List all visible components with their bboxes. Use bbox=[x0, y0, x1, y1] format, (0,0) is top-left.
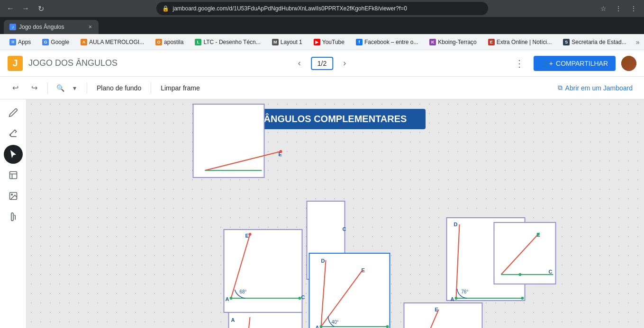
secretaria-favicon: S bbox=[563, 39, 570, 45]
tab-close-btn[interactable]: × bbox=[88, 23, 93, 31]
bookmark-aula[interactable]: A AULA METROLOGI... bbox=[77, 37, 148, 47]
background-label[interactable]: Plano de fundo bbox=[93, 82, 145, 94]
svg-text:C: C bbox=[301, 294, 305, 300]
jamboard-content: ÂNGULOS COMPLEMENTARES E E bbox=[27, 99, 644, 328]
facebook-favicon: f bbox=[356, 39, 363, 45]
svg-rect-16 bbox=[309, 253, 390, 328]
bookmark-secretaria[interactable]: S Secretaria de Estad... bbox=[559, 37, 630, 47]
bookmark-extra[interactable]: E Extra Online | Notíci... bbox=[484, 37, 556, 47]
zoom-control[interactable]: 🔍 ▾ bbox=[54, 81, 81, 95]
open-jamboard-label: Abrir em um Jamboard bbox=[565, 84, 633, 92]
share-icon: 👤+ bbox=[541, 60, 553, 67]
svg-line-45 bbox=[412, 310, 439, 328]
svg-line-26 bbox=[243, 317, 250, 328]
url-text: jamboard.google.com/d/1U53FduApPdNgdHubr… bbox=[173, 5, 482, 12]
bookmarks-more-icon[interactable]: » bbox=[634, 36, 642, 48]
lock-icon: 🔒 bbox=[162, 5, 169, 12]
open-jamboard-button[interactable]: ⧉ Abrir em um Jamboard bbox=[554, 82, 636, 94]
app-title: JOGO DOS ÂNGULOS bbox=[28, 58, 505, 68]
ltc-favicon: L bbox=[195, 39, 201, 45]
kboing-favicon: K bbox=[429, 39, 436, 45]
header-actions: ⋮ 👤+ COMPARTILHAR bbox=[511, 55, 636, 72]
active-tab[interactable]: J Jogo dos Ângulos × bbox=[4, 20, 99, 34]
bookmark-apps-label: Apps bbox=[18, 39, 31, 45]
svg-point-40 bbox=[537, 233, 540, 236]
bookmark-google[interactable]: G Google bbox=[38, 37, 73, 47]
page-indicator: 1/2 bbox=[311, 57, 333, 70]
bookmark-kboing[interactable]: K Kboing-Terraço bbox=[426, 37, 480, 47]
bookmark-aula-label: AULA METROLOGI... bbox=[89, 39, 144, 45]
next-page-button[interactable]: › bbox=[337, 56, 352, 71]
clear-label[interactable]: Limpar frame bbox=[157, 82, 203, 94]
share-button[interactable]: 👤+ COMPARTILHAR bbox=[534, 56, 616, 71]
svg-point-54 bbox=[280, 150, 282, 153]
bookmark-apostila[interactable]: O apostila bbox=[152, 37, 187, 47]
bookmark-facebook[interactable]: f Facebook – entre o... bbox=[352, 37, 422, 47]
toolbar-separator-1 bbox=[47, 82, 48, 94]
svg-point-42 bbox=[519, 273, 522, 276]
apps-favicon: ⊞ bbox=[9, 39, 16, 45]
bookmark-facebook-label: Facebook – entre o... bbox=[364, 39, 418, 45]
back-button[interactable]: ← bbox=[4, 2, 17, 15]
menu-icon[interactable]: ⋮ bbox=[627, 2, 640, 15]
zoom-dropdown-button[interactable]: ▾ bbox=[68, 81, 81, 95]
prev-page-button[interactable]: ‹ bbox=[292, 56, 307, 71]
sticky-note-button[interactable] bbox=[4, 166, 23, 185]
bookmark-ltc[interactable]: L LTC - Desenho Técn... bbox=[191, 37, 264, 47]
redo-button[interactable]: ↪ bbox=[27, 80, 42, 96]
svg-text:A: A bbox=[226, 296, 229, 302]
pen-tool-button[interactable] bbox=[4, 103, 23, 122]
bookmark-layout-label: Layout 1 bbox=[281, 39, 302, 45]
refresh-button[interactable]: ↻ bbox=[34, 2, 47, 15]
svg-text:C: C bbox=[549, 269, 553, 275]
svg-text:40°: 40° bbox=[332, 319, 339, 325]
undo-button[interactable]: ↩ bbox=[8, 80, 23, 96]
svg-point-52 bbox=[299, 297, 301, 300]
svg-text:D: D bbox=[454, 222, 458, 227]
bookmark-layout[interactable]: M Layout 1 bbox=[268, 37, 306, 47]
laser-tool-button[interactable] bbox=[4, 207, 23, 226]
browser-actions: ☆ ⋮ ⋮ bbox=[597, 2, 640, 15]
bookmark-extra-label: Extra Online | Notíci... bbox=[497, 39, 552, 45]
bookmarks-bar: ⊞ Apps G Google A AULA METROLOGI... O ap… bbox=[0, 34, 644, 50]
toolbar-separator-3 bbox=[151, 82, 151, 94]
bookmark-kboing-label: Kboing-Terraço bbox=[438, 39, 476, 45]
extensions-icon[interactable]: ⋮ bbox=[612, 2, 625, 15]
svg-line-32 bbox=[456, 224, 460, 298]
left-sidebar bbox=[0, 99, 27, 328]
svg-text:E: E bbox=[537, 232, 540, 238]
more-options-button[interactable]: ⋮ bbox=[511, 55, 528, 72]
eraser-tool-button[interactable] bbox=[4, 124, 23, 143]
svg-text:A: A bbox=[316, 325, 319, 328]
bookmark-apps[interactable]: ⊞ Apps bbox=[6, 37, 35, 47]
nav-buttons: ← → ↻ bbox=[4, 2, 47, 15]
toolbar: ↩ ↪ 🔍 ▾ Plano de fundo Limpar frame ⧉ Ab… bbox=[0, 77, 644, 99]
bookmark-youtube[interactable]: ▶ YouTube bbox=[310, 37, 348, 47]
select-tool-button[interactable] bbox=[4, 145, 23, 164]
canvas-area[interactable]: ÂNGULOS COMPLEMENTARES E E bbox=[27, 99, 644, 328]
bookmark-apostila-label: apostila bbox=[164, 39, 183, 45]
svg-point-56 bbox=[386, 325, 389, 328]
bookmark-icon[interactable]: ☆ bbox=[597, 2, 610, 15]
svg-text:68°: 68° bbox=[240, 289, 247, 294]
svg-line-19 bbox=[321, 260, 326, 327]
zoom-button[interactable]: 🔍 bbox=[54, 81, 67, 95]
svg-text:E: E bbox=[362, 267, 365, 273]
layout-favicon: M bbox=[272, 39, 279, 45]
toolbar-separator-2 bbox=[87, 82, 87, 94]
user-avatar[interactable] bbox=[621, 56, 636, 71]
svg-text:D: D bbox=[321, 258, 325, 264]
forward-button[interactable]: → bbox=[19, 2, 32, 15]
tab-favicon: J bbox=[9, 24, 16, 30]
svg-text:76°: 76° bbox=[462, 289, 469, 294]
svg-line-20 bbox=[321, 270, 363, 327]
open-jamboard-icon: ⧉ bbox=[558, 84, 562, 92]
address-bar[interactable]: 🔒 jamboard.google.com/d/1U53FduApPdNgdHu… bbox=[156, 2, 488, 15]
svg-rect-0 bbox=[9, 172, 17, 179]
image-tool-button[interactable] bbox=[4, 186, 23, 205]
app-logo: J bbox=[8, 56, 23, 71]
youtube-favicon: ▶ bbox=[314, 39, 320, 45]
extra-favicon: E bbox=[488, 39, 495, 45]
svg-line-38 bbox=[501, 234, 538, 275]
bookmark-ltc-label: LTC - Desenho Técn... bbox=[203, 39, 260, 45]
